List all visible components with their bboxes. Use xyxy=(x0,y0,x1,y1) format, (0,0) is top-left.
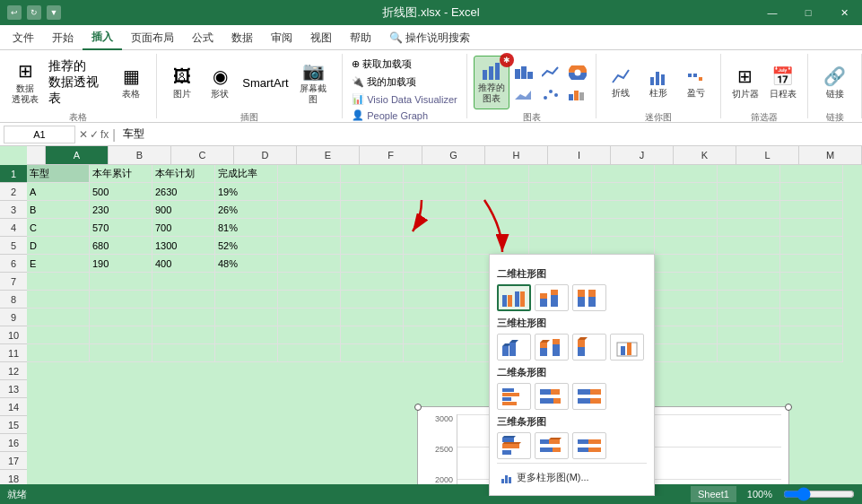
cell-L3[interactable] xyxy=(718,201,780,219)
col-header-J[interactable]: J xyxy=(611,146,674,164)
cell-L4[interactable] xyxy=(718,219,780,237)
row-header-3[interactable]: 3 xyxy=(0,201,27,219)
line-sparkline-btn[interactable]: 折线 xyxy=(603,56,639,109)
cell-C4[interactable]: 700 xyxy=(152,219,215,237)
cell-K4[interactable] xyxy=(655,219,718,237)
cell-G1[interactable] xyxy=(404,165,466,183)
cell-I2[interactable] xyxy=(529,183,592,201)
cell-J4[interactable] xyxy=(592,219,655,237)
cell-E3[interactable] xyxy=(278,201,341,219)
tab-review[interactable]: 审阅 xyxy=(262,25,301,50)
row-header-13[interactable]: 13 xyxy=(0,380,27,398)
undo-btn[interactable]: ↩ xyxy=(7,5,22,20)
cancel-formula-icon[interactable]: ✕ xyxy=(79,128,88,141)
people-graph-btn[interactable]: 👤 People Graph xyxy=(348,108,431,123)
formula-input[interactable] xyxy=(119,126,858,143)
cell-K3[interactable] xyxy=(655,201,718,219)
cell-B6[interactable]: 190 xyxy=(90,255,152,273)
chart-btn-bar2d-100pct[interactable] xyxy=(572,383,606,410)
cell-E5[interactable] xyxy=(278,237,341,255)
cell-H5[interactable] xyxy=(466,237,529,255)
cell-B2[interactable]: 500 xyxy=(90,183,152,201)
cell-K1[interactable] xyxy=(655,165,718,183)
cell-B5[interactable]: 680 xyxy=(90,237,152,255)
cell-G3[interactable] xyxy=(404,201,466,219)
cell-C6[interactable]: 400 xyxy=(152,255,215,273)
screenshot-btn[interactable]: 📷 屏幕截图 xyxy=(292,56,334,109)
smartart-btn[interactable]: SmartArt xyxy=(239,56,291,109)
cell-I5[interactable] xyxy=(529,237,592,255)
zoom-slider[interactable] xyxy=(783,487,855,501)
bar-chart-btn[interactable] xyxy=(511,64,536,83)
cell-H3[interactable] xyxy=(466,201,529,219)
column-sparkline-btn[interactable]: 柱形 xyxy=(640,56,676,109)
col-header-B[interactable]: B xyxy=(109,146,171,164)
chart-btn-bar3d-stacked[interactable] xyxy=(535,432,569,459)
resize-handle-tl[interactable] xyxy=(414,404,422,411)
maximize-btn[interactable]: □ xyxy=(790,0,826,25)
col-header-A[interactable]: A xyxy=(46,146,109,164)
more-charts-btn[interactable]: 更多柱形图(M)... xyxy=(497,467,647,488)
cell-J1[interactable] xyxy=(592,165,655,183)
col-header-M[interactable]: M xyxy=(799,146,862,164)
tab-search[interactable]: 🔍 操作说明搜索 xyxy=(380,25,479,50)
chart-btn-3d-clustered[interactable] xyxy=(497,334,531,361)
cell-K5[interactable] xyxy=(655,237,718,255)
confirm-formula-icon[interactable]: ✓ xyxy=(90,128,99,141)
cell-C5[interactable]: 1300 xyxy=(152,237,215,255)
cell-F5[interactable] xyxy=(341,237,404,255)
cell-H4[interactable] xyxy=(466,219,529,237)
insert-function-icon[interactable]: fx xyxy=(100,128,109,141)
col-header-I[interactable]: I xyxy=(548,146,611,164)
chart-btn-bar3d-100pct[interactable] xyxy=(572,432,606,459)
tab-home[interactable]: 开始 xyxy=(43,25,83,50)
my-addins-btn[interactable]: 🔌 我的加载项 xyxy=(348,74,420,91)
tab-data[interactable]: 数据 xyxy=(222,25,262,50)
cell-A5[interactable]: D xyxy=(27,237,90,255)
close-btn[interactable]: ✕ xyxy=(826,0,862,25)
tab-view[interactable]: 视图 xyxy=(301,25,341,50)
pie-chart-btn[interactable] xyxy=(565,64,590,83)
chart-btn-2d-stacked[interactable] xyxy=(535,284,569,311)
cell-L5[interactable] xyxy=(718,237,780,255)
chart-btn-2d-clustered[interactable] xyxy=(497,284,531,311)
col-header-E[interactable]: E xyxy=(297,146,360,164)
cell-F1[interactable] xyxy=(341,165,404,183)
picture-btn[interactable]: 🖼 图片 xyxy=(164,56,200,109)
cell-A3[interactable]: B xyxy=(27,201,90,219)
cell-K6[interactable] xyxy=(655,255,718,273)
cell-C3[interactable]: 900 xyxy=(152,201,215,219)
line-chart-btn[interactable] xyxy=(538,64,563,83)
resize-handle-tr[interactable] xyxy=(785,404,792,411)
chart-btn-3d-100pct[interactable] xyxy=(572,334,606,361)
scatter-chart-btn[interactable] xyxy=(538,85,563,105)
tab-layout[interactable]: 页面布局 xyxy=(122,25,183,50)
cell-E2[interactable] xyxy=(278,183,341,201)
cell-D1[interactable]: 完成比率 xyxy=(215,165,278,183)
cell-M1[interactable] xyxy=(780,165,843,183)
cell-K2[interactable] xyxy=(655,183,718,201)
cell-A6[interactable]: E xyxy=(27,255,90,273)
chart-btn-bar2d-stacked[interactable] xyxy=(535,383,569,410)
cell-J5[interactable] xyxy=(592,237,655,255)
link-btn[interactable]: 🔗 链接 xyxy=(817,56,853,109)
cell-L1[interactable] xyxy=(718,165,780,183)
cell-G4[interactable] xyxy=(404,219,466,237)
column-chart-btn[interactable]: 推荐的图表 ✱ xyxy=(474,56,509,109)
cell-D5[interactable]: 52% xyxy=(215,237,278,255)
row-header-1[interactable]: 1 xyxy=(0,165,27,183)
slicer-btn[interactable]: ⊞ 切片器 xyxy=(727,56,763,109)
row-header-10[interactable]: 10 xyxy=(0,326,27,344)
quick-access-dropdown[interactable]: ▼ xyxy=(47,5,61,20)
chart-btn-2d-100pct[interactable] xyxy=(572,284,606,311)
cell-A1[interactable]: 车型 xyxy=(27,165,90,183)
cell-D4[interactable]: 81% xyxy=(215,219,278,237)
cell-F4[interactable] xyxy=(341,219,404,237)
tab-insert[interactable]: 插入 xyxy=(83,25,122,50)
redo-btn[interactable]: ↻ xyxy=(27,5,41,20)
winloss-sparkline-btn[interactable]: 盈亏 xyxy=(678,56,714,109)
tab-formula[interactable]: 公式 xyxy=(183,25,222,50)
row-header-14[interactable]: 14 xyxy=(0,398,27,416)
cell-F6[interactable] xyxy=(341,255,404,273)
col-header-G[interactable]: G xyxy=(422,146,485,164)
